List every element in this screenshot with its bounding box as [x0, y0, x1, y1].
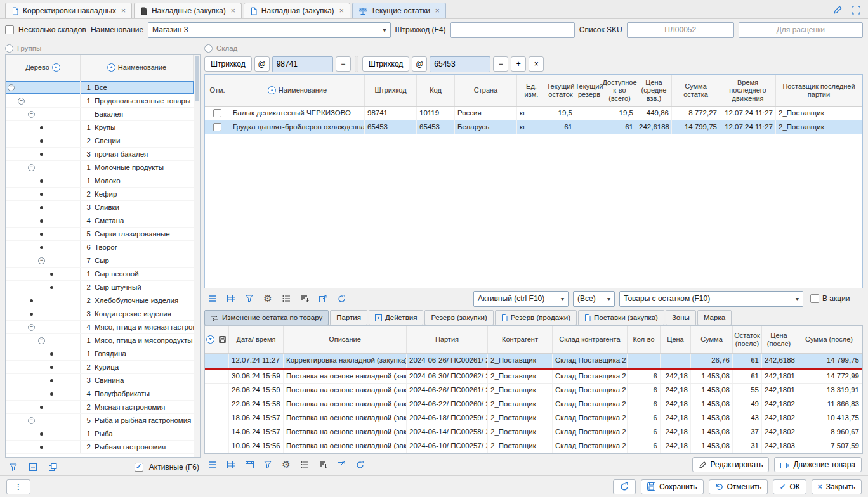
- pricing-input[interactable]: [739, 22, 863, 38]
- grid-view-icon[interactable]: [224, 292, 238, 306]
- at-button-1[interactable]: @: [254, 56, 270, 72]
- tab-close-icon[interactable]: ×: [231, 6, 235, 15]
- sort-asc-icon[interactable]: ▲: [107, 63, 115, 72]
- settings-gear-icon[interactable]: ⚙: [261, 292, 275, 306]
- menu-dots-button[interactable]: ⋮: [6, 479, 30, 494]
- active-groups-checkbox[interactable]: [135, 463, 143, 472]
- filter-icon[interactable]: [242, 292, 256, 306]
- collapse-warehouse-icon[interactable]: −: [204, 44, 213, 53]
- tree-node-icon[interactable]: [50, 392, 53, 396]
- bullet-list-icon[interactable]: [298, 458, 312, 472]
- multi-store-checkbox[interactable]: [5, 25, 14, 34]
- tree-row[interactable]: 1 Сыр весовой: [6, 268, 194, 281]
- stock-table-row[interactable]: Балык деликатесный ЧЕРКИЗОВО 98741 10119…: [205, 106, 862, 120]
- maximize-icon[interactable]: [852, 6, 860, 15]
- history-row[interactable]: 30.06.24 15:59 Поставка на основе наклад…: [205, 370, 862, 384]
- stock-table-row[interactable]: Грудка цыплят-бройлеров охлажденная 6545…: [205, 120, 862, 134]
- tree-row[interactable]: 1 Продовольственные товары: [6, 94, 194, 108]
- grid-view-icon[interactable]: [224, 458, 238, 472]
- col-header-rest-after[interactable]: Остаток (после): [733, 326, 762, 353]
- col-header-counterparty-store[interactable]: Склад контрагента: [553, 326, 628, 353]
- add-barcode-button[interactable]: +: [511, 56, 526, 72]
- tree-row[interactable]: 1 Молочные продукты: [6, 161, 194, 174]
- scanned-barcode-input-1[interactable]: [272, 56, 333, 72]
- remove-barcode-button-2[interactable]: −: [493, 56, 508, 72]
- clear-barcodes-button[interactable]: ×: [529, 56, 544, 72]
- tree-node-icon[interactable]: [8, 84, 15, 91]
- history-row[interactable]: 12.07.24 11:27 Корректировка накладной (…: [205, 354, 862, 370]
- tree-node-icon[interactable]: [40, 219, 43, 223]
- save-button[interactable]: Сохранить: [641, 479, 704, 494]
- col-header-available[interactable]: Доступное к-во (всего): [603, 75, 636, 106]
- col-header-price[interactable]: Цена: [661, 326, 691, 353]
- tree-node-icon[interactable]: [18, 98, 25, 105]
- settings-gear-icon[interactable]: ⚙: [279, 458, 293, 472]
- remove-barcode-button-1[interactable]: −: [336, 56, 351, 72]
- tree-node-icon[interactable]: [40, 406, 43, 409]
- expand-levels-icon[interactable]: [46, 460, 60, 474]
- tree-row[interactable]: 2 Специи: [6, 134, 194, 148]
- tree-row[interactable]: 5 Рыба и рыбная гастрономия: [6, 414, 194, 427]
- history-row[interactable]: 22.06.24 15:58 Поставка на основе наклад…: [205, 397, 862, 411]
- col-header-name[interactable]: ▲Наименование: [230, 75, 365, 106]
- name-column-header[interactable]: ▲ Наименование: [81, 55, 194, 81]
- scope-filter-select[interactable]: (Все)▾: [573, 291, 615, 307]
- col-header-counterparty[interactable]: Контрагент: [488, 326, 553, 353]
- status-filter-select[interactable]: Активный (ctrl F10)▾: [473, 291, 569, 307]
- tab-current-balances[interactable]: Текущие остатки ×: [352, 3, 446, 18]
- barcode-input[interactable]: [450, 22, 575, 38]
- tree-row[interactable]: 5 Сырки глазированные: [6, 228, 194, 241]
- tree-row[interactable]: 2 Рыбная гастрономия: [6, 441, 194, 454]
- list-view-icon[interactable]: [206, 458, 220, 472]
- tree-row[interactable]: 3 Кондитерские изделия: [6, 307, 194, 321]
- tab-reserve-purchase[interactable]: Резерв (закупки): [424, 310, 493, 325]
- tab-close-icon[interactable]: ×: [435, 6, 440, 15]
- sort-lines-icon[interactable]: [316, 458, 330, 472]
- col-header-sum-after[interactable]: Сумма (после): [796, 326, 862, 353]
- tab-actions[interactable]: Действия: [369, 310, 423, 325]
- tree-row[interactable]: 4 Полуфабрикаты: [6, 387, 194, 401]
- edit-pencil-icon[interactable]: [833, 5, 843, 15]
- tree-row[interactable]: 7 Сыр: [6, 254, 194, 268]
- tree-node-icon[interactable]: [30, 313, 33, 316]
- history-row[interactable]: 26.06.24 15:59 Поставка на основе наклад…: [205, 384, 862, 397]
- tree-node-icon[interactable]: [50, 366, 53, 369]
- col-header-doc[interactable]: [216, 326, 229, 353]
- col-header-sum[interactable]: Сумма остатка: [672, 75, 720, 106]
- sort-desc-icon[interactable]: ▼: [206, 335, 214, 344]
- tab-supplies-purchase[interactable]: Поставки (закупка): [578, 310, 664, 325]
- refresh-button[interactable]: [613, 479, 636, 494]
- scanner-separator[interactable]: [355, 56, 358, 72]
- tree-node-icon[interactable]: [40, 193, 43, 196]
- col-header-sum[interactable]: Сумма: [691, 326, 733, 353]
- tree-node-icon[interactable]: [40, 246, 43, 249]
- tree-row[interactable]: 3 прочая бакалея: [6, 148, 194, 161]
- sort-asc-icon[interactable]: ▲: [268, 86, 276, 94]
- tree-node-icon[interactable]: [50, 273, 53, 276]
- history-row[interactable]: 14.06.24 15:57 Поставка на основе наклад…: [205, 425, 862, 439]
- tab-invoices-purchase[interactable]: Накладные (закупка) ×: [134, 3, 242, 18]
- tab-invoice-corrections[interactable]: Корректировки накладных ×: [5, 3, 132, 18]
- stock-filter-select[interactable]: Товары с остатком (F10)▾: [619, 291, 803, 307]
- col-header-current-qty[interactable]: Текущий остаток: [546, 75, 575, 106]
- export-icon[interactable]: [334, 458, 348, 472]
- col-header-datetime[interactable]: Дата/ время: [229, 326, 284, 353]
- tab-close-icon[interactable]: ×: [121, 6, 126, 15]
- col-header-last-move[interactable]: Время последнего движения: [720, 75, 776, 106]
- row-mark-checkbox[interactable]: [213, 123, 221, 131]
- col-header-sort[interactable]: ▼: [205, 326, 216, 353]
- goods-movement-button[interactable]: Движение товара: [774, 457, 862, 472]
- tree-row[interactable]: 2 Курица: [6, 361, 194, 374]
- scanned-barcode-input-2[interactable]: [430, 56, 490, 72]
- calendar-icon[interactable]: [242, 458, 256, 472]
- tab-balance-changes[interactable]: Изменение остатка по товару: [204, 310, 329, 325]
- tree-node-icon[interactable]: [40, 126, 43, 129]
- tree-row[interactable]: 1 Говядина: [6, 347, 194, 361]
- tree-scrollbar-thumb[interactable]: [195, 56, 199, 101]
- tab-reserve-sales[interactable]: Резерв (продажи): [495, 310, 577, 325]
- col-header-description[interactable]: Описание: [284, 326, 407, 353]
- row-mark-checkbox[interactable]: [213, 109, 221, 117]
- col-header-batch[interactable]: Партия: [407, 326, 488, 353]
- tree-node-icon[interactable]: [38, 337, 45, 344]
- filter-icon[interactable]: [6, 460, 20, 474]
